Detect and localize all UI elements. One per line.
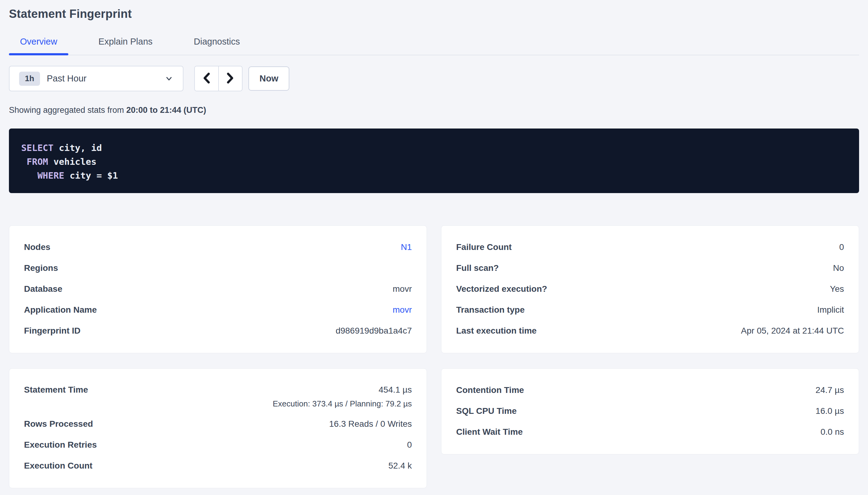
stat-row-rows-processed: Rows Processed 16.3 Reads / 0 Writes (24, 413, 412, 434)
stat-value: movr (393, 284, 412, 294)
stat-row-sql-cpu-time: SQL CPU Time 16.0 µs (456, 400, 844, 422)
stat-value: 454.1 µs (273, 385, 412, 395)
card-statement-times: Statement Time 454.1 µs Execution: 373.4… (9, 368, 427, 488)
stat-value-block: 454.1 µs Execution: 373.4 µs / Planning:… (273, 385, 412, 409)
stat-row-last-execution-time: Last execution time Apr 05, 2024 at 21:4… (456, 320, 844, 341)
stat-row-execution-count: Execution Count 52.4 k (24, 455, 412, 476)
time-interval-badge: 1h (19, 72, 40, 86)
stat-value: No (833, 263, 844, 273)
stat-value: 24.7 µs (816, 385, 844, 395)
chevron-down-icon (164, 74, 174, 83)
stat-label: Vectorized execution? (456, 284, 547, 294)
tab-diagnostics[interactable]: Diagnostics (183, 37, 251, 55)
stat-value: Yes (830, 284, 844, 294)
stat-value: 0 (407, 440, 412, 450)
stat-label: Contention Time (456, 385, 524, 395)
stat-value: Implicit (817, 305, 844, 315)
chevron-left-icon (202, 72, 211, 85)
stat-row-full-scan: Full scan? No (456, 258, 844, 278)
sql-statement-box: SELECT city, id FROM vehicles WHERE city… (9, 129, 859, 193)
stat-value: 52.4 k (389, 461, 412, 471)
stat-label: Transaction type (456, 305, 525, 315)
stat-row-transaction-type: Transaction type Implicit (456, 300, 844, 320)
sql-text: city, id (53, 143, 102, 153)
stat-label: Application Name (24, 305, 97, 315)
sql-keyword: WHERE (21, 170, 64, 181)
sql-keyword: SELECT (21, 143, 53, 153)
time-range-label: Past Hour (47, 73, 86, 84)
stat-value: Apr 05, 2024 at 21:44 UTC (741, 326, 844, 336)
stat-label: Execution Retries (24, 440, 97, 450)
stat-label: Last execution time (456, 326, 537, 336)
stat-label: Regions (24, 263, 58, 273)
stats-line-prefix: Showing aggregated stats from (9, 105, 126, 115)
stat-label: SQL CPU Time (456, 406, 517, 416)
node-link[interactable]: N1 (401, 242, 412, 252)
sql-text: vehicles (48, 156, 96, 167)
stat-label: Fingerprint ID (24, 326, 81, 336)
chevron-right-icon (226, 72, 234, 85)
statement-fingerprint-page: Statement Fingerprint Overview Explain P… (0, 7, 868, 488)
stat-row-failure-count: Failure Count 0 (456, 237, 844, 258)
sql-text: city = $1 (64, 170, 118, 181)
stat-value: 0 (839, 242, 844, 252)
stat-label: Nodes (24, 242, 50, 252)
summary-cards: Nodes N1 Regions Database movr Applicati… (9, 225, 859, 488)
card-wait-times: Contention Time 24.7 µs SQL CPU Time 16.… (441, 368, 859, 455)
next-range-button[interactable] (218, 66, 242, 91)
stat-value-subtext: Execution: 373.4 µs / Planning: 79.2 µs (273, 399, 412, 409)
stat-row-application-name: Application Name movr (24, 300, 412, 320)
stat-row-contention-time: Contention Time 24.7 µs (456, 380, 844, 400)
stat-row-database: Database movr (24, 278, 412, 300)
stat-label: Failure Count (456, 242, 511, 252)
tab-explain-plans[interactable]: Explain Plans (87, 37, 164, 55)
stats-line-range: 20:00 to 21:44 (UTC) (126, 105, 206, 115)
stat-value: d986919d9ba1a4c7 (335, 326, 412, 336)
stat-label: Statement Time (24, 385, 88, 395)
stat-label: Execution Count (24, 461, 92, 471)
stat-label: Full scan? (456, 263, 498, 273)
sql-keyword: FROM (21, 156, 48, 167)
stat-label: Client Wait Time (456, 427, 523, 437)
stat-row-regions: Regions (24, 258, 412, 278)
app-name-link[interactable]: movr (393, 305, 412, 315)
stat-row-fingerprint-id: Fingerprint ID d986919d9ba1a4c7 (24, 320, 412, 341)
previous-range-button[interactable] (195, 66, 218, 91)
stat-value: 16.3 Reads / 0 Writes (329, 419, 412, 429)
now-button[interactable]: Now (248, 66, 289, 91)
time-range-dropdown[interactable]: 1h Past Hour (9, 66, 183, 91)
tab-overview[interactable]: Overview (9, 37, 68, 55)
stat-value: 16.0 µs (816, 406, 844, 416)
time-controls: 1h Past Hour (9, 66, 859, 91)
stat-row-client-wait-time: Client Wait Time 0.0 ns (456, 422, 844, 442)
sql-statement: SELECT city, id FROM vehicles WHERE city… (21, 141, 847, 183)
stat-row-statement-time: Statement Time 454.1 µs Execution: 373.4… (24, 380, 412, 413)
tab-bar: Overview Explain Plans Diagnostics (9, 37, 859, 55)
card-execution-attributes: Failure Count 0 Full scan? No Vectorized… (441, 225, 859, 353)
time-range-pager (194, 66, 243, 91)
stat-label: Database (24, 284, 63, 294)
stat-value: 0.0 ns (821, 427, 844, 437)
stat-row-vectorized: Vectorized execution? Yes (456, 278, 844, 300)
aggregated-stats-line: Showing aggregated stats from 20:00 to 2… (9, 105, 859, 115)
stat-label: Rows Processed (24, 419, 93, 429)
stat-row-nodes: Nodes N1 (24, 237, 412, 258)
stat-row-execution-retries: Execution Retries 0 (24, 434, 412, 455)
card-statement-details: Nodes N1 Regions Database movr Applicati… (9, 225, 427, 353)
page-title: Statement Fingerprint (9, 7, 859, 21)
